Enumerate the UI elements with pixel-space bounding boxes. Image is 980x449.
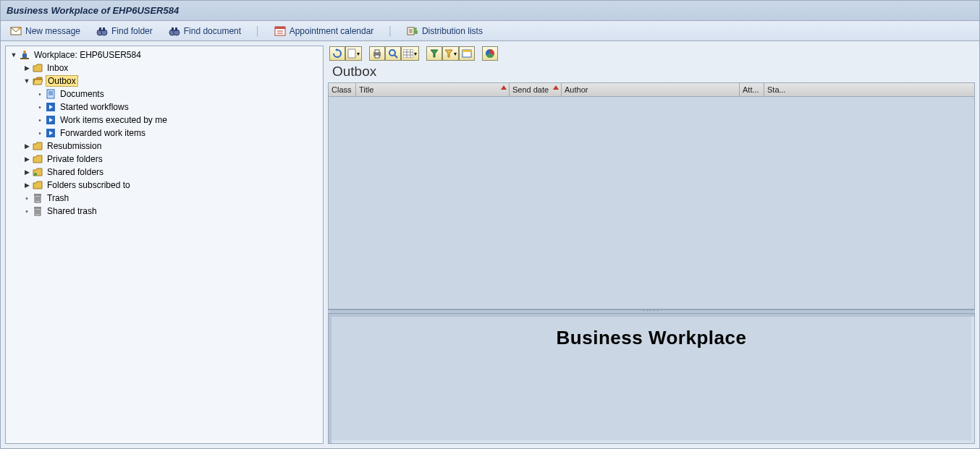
tree-node-shared-trash[interactable]: • Shared trash xyxy=(6,205,323,218)
dropdown-icon: ▾ xyxy=(454,51,457,57)
expand-icon[interactable]: ▶ xyxy=(22,155,32,163)
svg-rect-23 xyxy=(47,90,54,98)
svg-rect-44 xyxy=(375,55,379,58)
filter-delete-button[interactable]: ▾ xyxy=(442,46,459,61)
window-title: Business Workplace of EHP6USER584 xyxy=(7,5,179,16)
svg-rect-41 xyxy=(348,49,355,58)
new-message-label: New message xyxy=(25,26,80,36)
horizontal-splitter[interactable] xyxy=(328,309,975,314)
tree-label: Work items executed by me xyxy=(59,115,169,125)
tree-node-forwarded-work-items[interactable]: • Forwarded work items xyxy=(6,127,323,140)
col-label: Att... xyxy=(743,85,759,94)
preview-pane: Business Workplace xyxy=(328,314,975,444)
workflow-icon xyxy=(45,114,56,126)
tree-label: Private folders xyxy=(46,154,104,164)
appointment-calendar-button[interactable]: Appointment calendar xyxy=(272,24,376,38)
table-body[interactable] xyxy=(329,97,974,309)
tree-node-folders-subscribed[interactable]: ▶ Folders subscribed to xyxy=(6,179,323,192)
workflow-icon xyxy=(45,127,56,139)
tree-node-shared-folders[interactable]: ▶ Shared folders xyxy=(6,166,323,179)
svg-rect-32 xyxy=(34,194,41,195)
tree-label: Resubmission xyxy=(46,141,103,151)
col-label: Author xyxy=(565,85,588,94)
tree-label: Folders subscribed to xyxy=(46,180,132,190)
tree-label: Workplace: EHP6USER584 xyxy=(33,50,143,60)
svg-point-45 xyxy=(389,50,395,56)
col-label: Class xyxy=(331,85,352,94)
list-toolbar: ▾ ▾ ▾ xyxy=(328,46,975,61)
expand-icon[interactable]: ▶ xyxy=(22,142,32,150)
new-message-icon xyxy=(10,25,22,37)
tree-node-started-workflows[interactable]: • Started workflows xyxy=(6,101,323,114)
document-icon xyxy=(45,88,56,100)
svg-point-30 xyxy=(34,173,37,176)
app-window: Business Workplace of EHP6USER584 New me… xyxy=(0,0,980,449)
table-icon xyxy=(403,49,413,58)
expand-icon[interactable]: ▶ xyxy=(22,64,32,72)
column-send-date[interactable]: Send date xyxy=(510,83,562,96)
leaf-bullet: • xyxy=(22,194,32,202)
column-title[interactable]: Title xyxy=(356,83,510,96)
print-preview-button[interactable] xyxy=(385,46,401,61)
print-button[interactable] xyxy=(369,46,385,61)
svg-rect-18 xyxy=(414,30,418,34)
appointment-calendar-label: Appointment calendar xyxy=(290,26,374,36)
column-status[interactable]: Sta... xyxy=(764,83,789,96)
refresh-icon xyxy=(332,48,342,59)
collapse-icon[interactable]: ▼ xyxy=(9,51,19,59)
shared-folder-icon xyxy=(32,166,43,178)
tree-node-outbox[interactable]: ▼ Outbox xyxy=(6,74,323,87)
tree-node-documents[interactable]: • Documents xyxy=(6,87,323,101)
refresh-button[interactable] xyxy=(329,46,345,61)
svg-point-17 xyxy=(414,27,417,30)
svg-rect-4 xyxy=(103,27,105,31)
folder-open-icon xyxy=(32,75,43,87)
execute-button[interactable]: ▾ xyxy=(345,46,362,61)
find-document-button[interactable]: Find document xyxy=(166,24,243,38)
print-icon xyxy=(372,48,382,59)
document-icon xyxy=(347,48,356,59)
toolbar-separator: │ xyxy=(387,26,393,36)
distribution-lists-button[interactable]: Distribution lists xyxy=(405,24,485,38)
tree-node-private-folders[interactable]: ▶ Private folders xyxy=(6,153,323,166)
column-attachments[interactable]: Att... xyxy=(740,83,764,96)
main-toolbar: New message Find folder Find document │ … xyxy=(1,21,979,41)
leaf-bullet: • xyxy=(35,103,45,111)
tree-node-resubmission[interactable]: ▶ Resubmission xyxy=(6,140,323,153)
filter-set-button[interactable] xyxy=(426,46,442,61)
binoculars-icon xyxy=(169,25,180,37)
layout-button[interactable] xyxy=(459,46,475,61)
column-class[interactable]: Class xyxy=(329,83,356,96)
find-folder-button[interactable]: Find folder xyxy=(94,24,155,38)
svg-rect-43 xyxy=(375,50,379,53)
col-label: Title xyxy=(359,85,373,94)
content-pane: ▾ ▾ ▾ Outbox C xyxy=(328,46,975,444)
workplace-icon xyxy=(19,49,30,61)
tree-label: Forwarded work items xyxy=(59,128,147,138)
svg-rect-20 xyxy=(22,54,27,58)
tree-node-workplace[interactable]: ▼ Workplace: EHP6USER584 xyxy=(6,48,323,61)
graphic-button[interactable] xyxy=(482,46,498,61)
expand-icon[interactable]: ▶ xyxy=(22,168,32,176)
tree-label: Trash xyxy=(46,193,70,203)
new-message-button[interactable]: New message xyxy=(8,24,83,38)
tree-node-inbox[interactable]: ▶ Inbox xyxy=(6,61,323,74)
svg-rect-10 xyxy=(275,27,285,29)
expand-icon[interactable]: ▶ xyxy=(22,181,32,189)
column-author[interactable]: Author xyxy=(562,83,740,96)
svg-rect-21 xyxy=(20,58,29,59)
tree-node-trash[interactable]: • Trash xyxy=(6,192,323,205)
list-heading: Outbox xyxy=(328,61,975,82)
export-button[interactable]: ▾ xyxy=(401,46,419,61)
collapse-icon[interactable]: ▼ xyxy=(22,77,32,85)
leaf-bullet: • xyxy=(35,116,45,124)
tree-node-work-items-executed[interactable]: • Work items executed by me xyxy=(6,114,323,127)
sort-asc-icon xyxy=(501,85,507,90)
distribution-list-icon xyxy=(407,25,418,37)
leaf-bullet: • xyxy=(35,129,45,137)
sort-asc-icon xyxy=(553,85,559,90)
svg-rect-47 xyxy=(403,49,413,58)
tree-label: Started workflows xyxy=(59,102,130,112)
workflow-icon xyxy=(45,101,56,113)
trash-icon xyxy=(32,205,43,217)
